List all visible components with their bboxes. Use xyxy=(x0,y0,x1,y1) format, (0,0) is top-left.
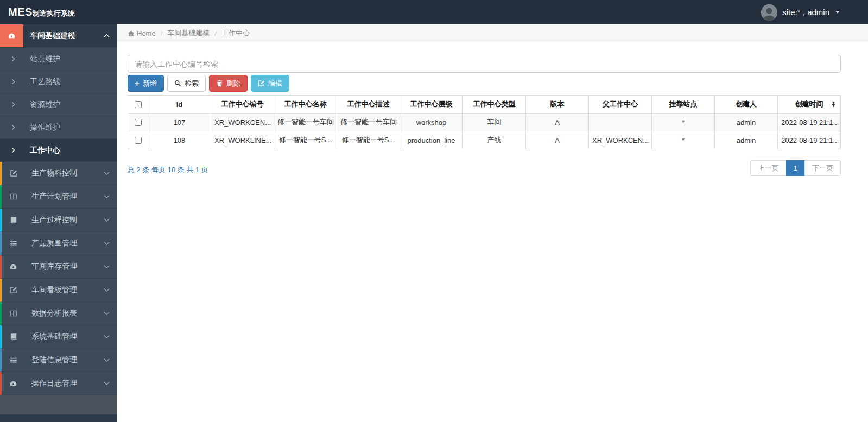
sidebar-subitem-label: 工作中心 xyxy=(30,146,60,155)
breadcrumb-item-label: Home xyxy=(137,29,156,37)
sidebar-subitem[interactable]: 站点维护 xyxy=(0,48,117,71)
sidebar-item[interactable]: 操作日志管理 xyxy=(0,372,117,395)
chevron-down-icon xyxy=(104,288,110,292)
dashboard-icon xyxy=(2,255,25,278)
table-cell xyxy=(589,114,652,131)
chevron-right-icon xyxy=(11,79,17,85)
add-button[interactable]: + 新增 xyxy=(128,75,164,92)
trash-icon xyxy=(216,80,223,87)
add-button-label: 新增 xyxy=(143,79,157,89)
table-cell: 修一智能一号S... xyxy=(274,131,337,149)
table-row: 107XR_WORKCEN...修一智能一号车间修一智能一号车间workshop… xyxy=(128,114,841,131)
app-logo-rest: 制造执行系统 xyxy=(33,9,75,18)
sidebar-subitem[interactable]: 资源维护 xyxy=(0,93,117,116)
delete-button[interactable]: 删除 xyxy=(209,75,248,92)
sidebar-filler xyxy=(0,395,117,414)
sidebar-item-label: 生产过程控制 xyxy=(31,215,104,225)
breadcrumb: Home/车间基础建模/工作中心 xyxy=(117,24,868,42)
edit-button-label: 编辑 xyxy=(268,79,282,89)
column-header: 父工作中心 xyxy=(589,96,652,114)
table-cell: XR_WORKCEN... xyxy=(211,114,274,131)
row-checkbox[interactable] xyxy=(135,137,142,144)
column-header: id xyxy=(148,96,211,114)
sidebar-item[interactable]: 生产过程控制 xyxy=(0,209,117,232)
book-icon xyxy=(2,209,25,231)
user-label: site:* , admin xyxy=(782,8,829,17)
chevron-right-icon xyxy=(11,147,17,153)
sidebar-item[interactable]: 车间看板管理 xyxy=(0,279,117,302)
column-header: 挂靠站点 xyxy=(652,96,715,114)
sidebar: 车间基础建模 站点维护工艺路线资源维护操作维护工作中心 生产物料控制生产计划管理… xyxy=(0,24,117,422)
table-cell: 2022-08-19 21:1... xyxy=(778,114,841,131)
sidebar-item-label: 车间库存管理 xyxy=(31,262,104,272)
sidebar-item[interactable]: 产品质量管理 xyxy=(0,232,117,255)
plus-icon: + xyxy=(135,79,140,87)
edit-icon xyxy=(2,279,25,301)
content: + 新增 检索 删除 编辑 xyxy=(117,42,868,176)
column-header: 创建时间 xyxy=(778,96,841,114)
work-center-table: id工作中心编号工作中心名称工作中心描述工作中心层级工作中心类型版本父工作中心挂… xyxy=(128,95,841,149)
sidebar-subitem[interactable]: 工作中心 xyxy=(0,139,117,162)
pagination: 上一页 1 下一页 xyxy=(750,160,841,176)
sidebar-item-label: 操作日志管理 xyxy=(31,379,104,388)
chevron-down-icon xyxy=(104,311,110,316)
column-header: 工作中心层级 xyxy=(400,96,463,114)
chevron-down-icon xyxy=(104,335,110,339)
select-all-checkbox[interactable] xyxy=(135,101,142,108)
page-1-button[interactable]: 1 xyxy=(786,160,805,176)
columns-icon xyxy=(2,185,25,208)
chevron-down-icon xyxy=(104,264,110,269)
table-cell: 修一智能一号S... xyxy=(337,131,400,149)
prev-page-button[interactable]: 上一页 xyxy=(750,160,787,176)
sidebar-item[interactable]: 生产物料控制 xyxy=(0,162,117,185)
column-header: 版本 xyxy=(526,96,589,114)
chevron-up-icon xyxy=(104,34,110,38)
table-cell: A xyxy=(526,131,589,149)
avatar[interactable] xyxy=(761,4,777,21)
breadcrumb-separator: / xyxy=(161,29,163,37)
sidebar-item-workshop-modeling[interactable]: 车间基础建模 xyxy=(0,24,117,48)
table-cell: 车间 xyxy=(463,114,526,131)
table-cell: admin xyxy=(715,131,778,149)
sidebar-item[interactable]: 登陆信息管理 xyxy=(0,349,117,372)
table-cell: production_line xyxy=(400,131,463,149)
row-checkbox[interactable] xyxy=(135,119,142,126)
sidebar-item[interactable]: 车间库存管理 xyxy=(0,255,117,279)
table-cell: * xyxy=(652,131,715,149)
column-header: 工作中心编号 xyxy=(211,96,274,114)
table-cell: * xyxy=(652,114,715,131)
breadcrumb-item[interactable]: Home xyxy=(128,29,156,37)
chevron-down-icon xyxy=(104,358,110,362)
table-cell: workshop xyxy=(400,114,463,131)
user-menu[interactable]: site:* , admin xyxy=(761,4,868,21)
next-page-button[interactable]: 下一页 xyxy=(804,160,841,176)
search-input[interactable] xyxy=(128,55,841,73)
sidebar-item[interactable]: 系统基础管理 xyxy=(0,325,117,349)
chevron-down-icon xyxy=(104,381,110,386)
breadcrumb-item[interactable]: 车间基础建模 xyxy=(167,28,210,38)
sidebar-item[interactable]: 生产计划管理 xyxy=(0,185,117,209)
table-cell: XR_WORKCEN... xyxy=(589,131,652,149)
sidebar-subitem[interactable]: 操作维护 xyxy=(0,116,117,139)
sidebar-item-label: 车间看板管理 xyxy=(31,285,104,295)
column-header: 工作中心类型 xyxy=(463,96,526,114)
search-button[interactable]: 检索 xyxy=(167,75,206,92)
sidebar-subitem-label: 站点维护 xyxy=(30,54,60,64)
sidebar-subitem[interactable]: 工艺路线 xyxy=(0,71,117,93)
person-icon xyxy=(761,4,777,21)
column-header: 工作中心名称 xyxy=(274,96,337,114)
edit-button[interactable]: 编辑 xyxy=(251,75,289,92)
sidebar-menu: 生产物料控制生产计划管理生产过程控制产品质量管理车间库存管理车间看板管理数据分析… xyxy=(0,162,117,395)
table-cell: 修一智能一号车间 xyxy=(274,114,337,131)
app-logo-bold: MES xyxy=(8,6,33,18)
sidebar-item[interactable]: 数据分析报表 xyxy=(0,302,117,325)
table-cell: A xyxy=(526,114,589,131)
sidebar-subitem-label: 操作维护 xyxy=(30,123,60,133)
toolbar: + 新增 检索 删除 编辑 xyxy=(128,75,841,92)
chevron-down-icon xyxy=(104,241,110,245)
pin-icon[interactable] xyxy=(831,102,837,108)
breadcrumb-separator: / xyxy=(214,29,217,37)
breadcrumb-item-label: 工作中心 xyxy=(221,28,250,38)
chevron-right-icon xyxy=(11,102,17,108)
header-checkbox-cell xyxy=(128,96,148,114)
